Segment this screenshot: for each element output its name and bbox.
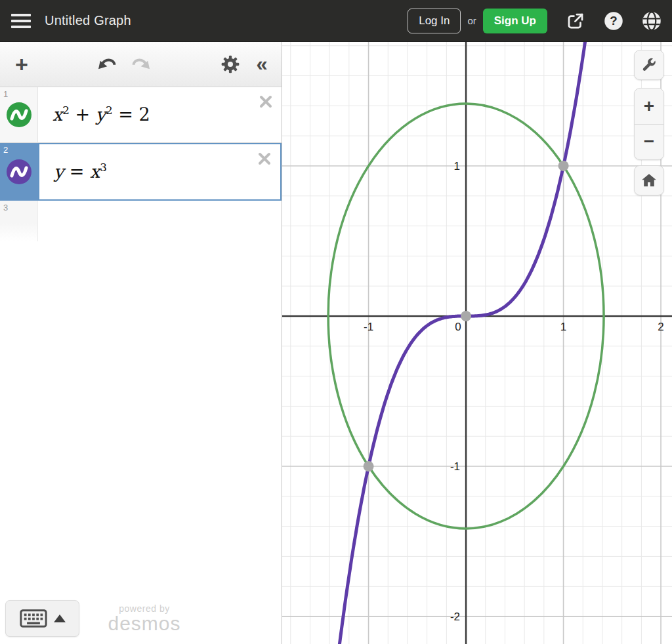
expression-content[interactable] (38, 201, 282, 241)
share-icon[interactable] (566, 11, 585, 31)
delete-expression-icon[interactable] (257, 93, 274, 110)
desmos-watermark: powered by desmos (92, 603, 197, 634)
zoom-out-button[interactable]: − (635, 125, 663, 160)
expression-latex: x2 + y2 = 2 (52, 104, 150, 125)
graph-canvas[interactable]: -10121-1-2 (282, 42, 672, 644)
menu-icon[interactable] (11, 14, 31, 28)
signup-button[interactable]: Sign Up (483, 9, 547, 33)
svg-text:1: 1 (454, 160, 460, 172)
expression-number: 3 (3, 203, 8, 212)
top-bar: Untitled Graph Log In or Sign Up ? (0, 0, 672, 42)
zoom-controls: + − (634, 88, 664, 160)
delete-expression-icon[interactable] (256, 150, 273, 167)
login-button[interactable]: Log In (408, 9, 461, 33)
expression-gutter[interactable]: 2 (0, 143, 38, 201)
expression-panel: + (0, 42, 282, 644)
svg-text:-2: -2 (450, 611, 460, 623)
svg-text:-1: -1 (450, 460, 460, 473)
undo-icon[interactable] (94, 42, 121, 87)
graph-paper[interactable]: -10121-1-2 + − (282, 42, 672, 644)
redo-icon[interactable] (127, 42, 154, 87)
keyboard-toggle-button[interactable] (5, 600, 79, 637)
expression-row[interactable]: 3 (0, 201, 282, 241)
chevron-up-icon (54, 614, 66, 622)
graph-title: Untitled Graph (45, 13, 131, 28)
expression-gutter[interactable]: 3 (0, 201, 38, 241)
svg-text:0: 0 (455, 321, 461, 333)
settings-gear-icon[interactable] (217, 42, 243, 87)
expression-content[interactable]: x2 + y2 = 2 (38, 87, 282, 142)
expression-row[interactable]: 1x2 + y2 = 2 (0, 87, 282, 143)
keyboard-icon (20, 609, 47, 628)
zoom-in-button[interactable]: + (635, 89, 663, 125)
expression-row[interactable]: 2y = x3 (0, 143, 282, 201)
curve-color-icon[interactable] (6, 159, 32, 185)
home-icon (640, 172, 658, 189)
svg-text:1: 1 (560, 321, 566, 333)
curve-color-icon[interactable] (6, 102, 32, 128)
expression-content[interactable]: y = x3 (38, 143, 282, 201)
default-zoom-home-button[interactable] (634, 165, 664, 195)
collapse-panel-icon[interactable]: « (247, 42, 276, 87)
globe-icon[interactable] (642, 11, 662, 31)
expression-gutter[interactable]: 1 (0, 87, 38, 142)
top-bar-actions: Log In or Sign Up ? (408, 9, 662, 33)
add-expression-icon[interactable]: + (9, 42, 34, 87)
svg-text:2: 2 (658, 321, 663, 333)
expression-number: 2 (3, 145, 8, 155)
desmos-logo-text: desmos (92, 614, 197, 634)
expression-number: 1 (3, 89, 8, 99)
svg-text:?: ? (610, 14, 617, 28)
help-icon[interactable]: ? (604, 11, 623, 31)
expression-latex: y = x3 (54, 161, 107, 182)
or-label: or (467, 15, 476, 26)
expression-rows: 1x2 + y2 = 22y = x33 (0, 87, 282, 241)
expression-toolbar: + (0, 42, 282, 87)
graph-settings-button[interactable] (634, 50, 664, 80)
wrench-icon (640, 56, 658, 73)
svg-text:-1: -1 (364, 321, 373, 333)
